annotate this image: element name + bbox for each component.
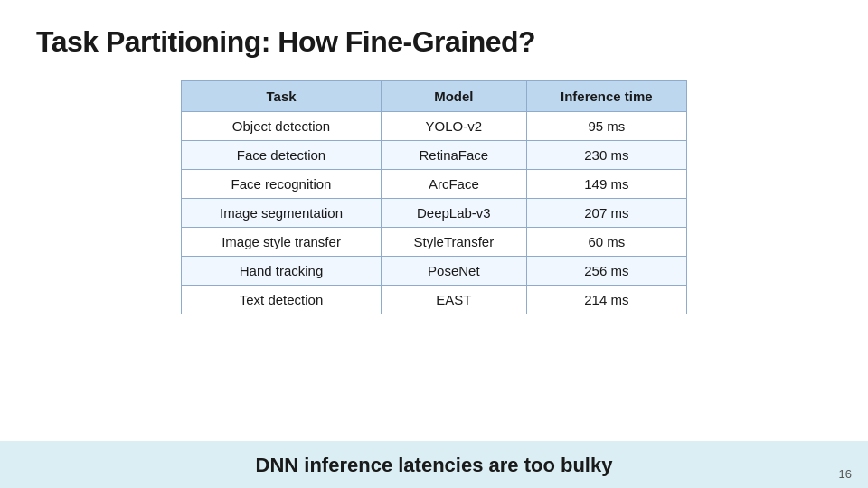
table-row: Image style transferStyleTransfer60 ms [182,228,687,257]
cell-4-1: StyleTransfer [382,228,527,257]
footer-bar: DNN inference latencies are too bulky [0,441,868,488]
cell-0-1: YOLO-v2 [382,112,527,141]
col-header-task: Task [182,81,382,112]
cell-0-2: 95 ms [526,112,686,141]
cell-4-2: 60 ms [526,228,686,257]
cell-5-2: 256 ms [526,257,686,286]
table-row: Image segmentationDeepLab-v3207 ms [182,199,687,228]
table-wrapper: Task Model Inference time Object detecti… [181,80,687,314]
cell-6-0: Text detection [182,286,382,314]
cell-1-2: 230 ms [526,141,686,170]
cell-3-1: DeepLab-v3 [382,199,527,228]
cell-1-0: Face detection [182,141,382,170]
cell-6-1: EAST [382,286,527,314]
slide-number: 16 [839,467,852,481]
table-row: Text detectionEAST214 ms [182,286,687,314]
cell-3-0: Image segmentation [182,199,382,228]
data-table: Task Model Inference time Object detecti… [181,80,687,314]
cell-2-0: Face recognition [182,170,382,199]
table-header-row: Task Model Inference time [182,81,687,112]
col-header-inference: Inference time [526,81,686,112]
table-row: Face detectionRetinaFace230 ms [182,141,687,170]
cell-5-0: Hand tracking [182,257,382,286]
table-row: Object detectionYOLO-v295 ms [182,112,687,141]
slide-title: Task Partitioning: How Fine-Grained? [36,25,832,59]
cell-6-2: 214 ms [526,286,686,314]
cell-4-0: Image style transfer [182,228,382,257]
cell-3-2: 207 ms [526,199,686,228]
table-row: Hand trackingPoseNet256 ms [182,257,687,286]
cell-0-0: Object detection [182,112,382,141]
cell-1-1: RetinaFace [382,141,527,170]
footer-text: DNN inference latencies are too bulky [256,454,613,476]
cell-5-1: PoseNet [382,257,527,286]
table-row: Face recognitionArcFace149 ms [182,170,687,199]
content-area: Task Model Inference time Object detecti… [36,80,832,488]
cell-2-1: ArcFace [382,170,527,199]
slide: Task Partitioning: How Fine-Grained? Tas… [0,0,868,488]
col-header-model: Model [382,81,527,112]
cell-2-2: 149 ms [526,170,686,199]
